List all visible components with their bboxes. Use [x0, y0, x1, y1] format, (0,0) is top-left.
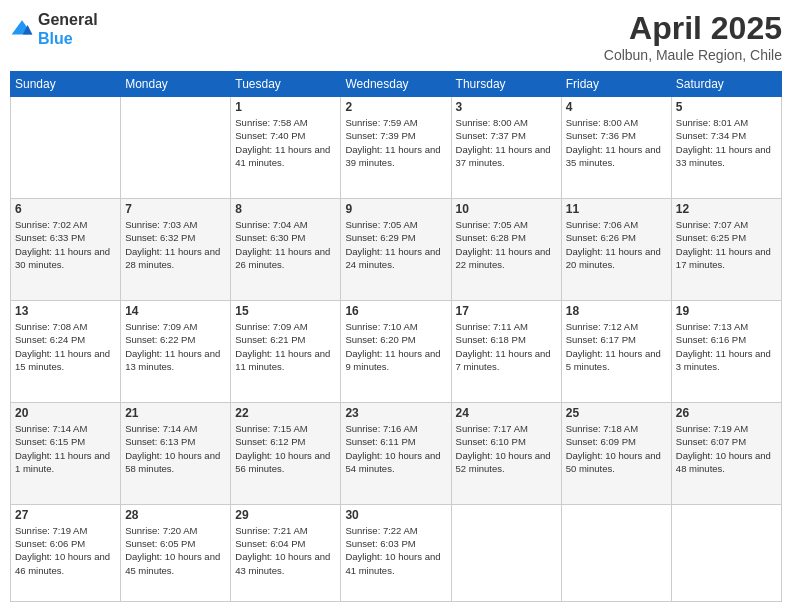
day-number: 3	[456, 100, 557, 114]
day-number: 15	[235, 304, 336, 318]
calendar-cell	[121, 97, 231, 199]
day-info: Sunrise: 7:20 AMSunset: 6:05 PMDaylight:…	[125, 524, 226, 577]
weekday-header-friday: Friday	[561, 72, 671, 97]
month-title: April 2025	[604, 10, 782, 47]
weekday-header-row: SundayMondayTuesdayWednesdayThursdayFrid…	[11, 72, 782, 97]
day-number: 7	[125, 202, 226, 216]
day-info: Sunrise: 7:07 AMSunset: 6:25 PMDaylight:…	[676, 218, 777, 271]
calendar-cell: 2Sunrise: 7:59 AMSunset: 7:39 PMDaylight…	[341, 97, 451, 199]
calendar-cell	[671, 504, 781, 601]
calendar-week-row: 27Sunrise: 7:19 AMSunset: 6:06 PMDayligh…	[11, 504, 782, 601]
calendar-cell: 8Sunrise: 7:04 AMSunset: 6:30 PMDaylight…	[231, 198, 341, 300]
title-area: April 2025 Colbun, Maule Region, Chile	[604, 10, 782, 63]
logo-text: General Blue	[38, 10, 98, 48]
day-info: Sunrise: 7:04 AMSunset: 6:30 PMDaylight:…	[235, 218, 336, 271]
calendar-cell: 3Sunrise: 8:00 AMSunset: 7:37 PMDaylight…	[451, 97, 561, 199]
weekday-header-monday: Monday	[121, 72, 231, 97]
day-info: Sunrise: 7:16 AMSunset: 6:11 PMDaylight:…	[345, 422, 446, 475]
day-info: Sunrise: 7:02 AMSunset: 6:33 PMDaylight:…	[15, 218, 116, 271]
day-info: Sunrise: 7:14 AMSunset: 6:13 PMDaylight:…	[125, 422, 226, 475]
weekday-header-tuesday: Tuesday	[231, 72, 341, 97]
day-number: 10	[456, 202, 557, 216]
day-info: Sunrise: 7:12 AMSunset: 6:17 PMDaylight:…	[566, 320, 667, 373]
day-info: Sunrise: 7:09 AMSunset: 6:22 PMDaylight:…	[125, 320, 226, 373]
day-info: Sunrise: 7:05 AMSunset: 6:29 PMDaylight:…	[345, 218, 446, 271]
calendar-cell: 5Sunrise: 8:01 AMSunset: 7:34 PMDaylight…	[671, 97, 781, 199]
day-number: 8	[235, 202, 336, 216]
day-info: Sunrise: 7:10 AMSunset: 6:20 PMDaylight:…	[345, 320, 446, 373]
calendar-cell: 14Sunrise: 7:09 AMSunset: 6:22 PMDayligh…	[121, 300, 231, 402]
calendar-cell: 29Sunrise: 7:21 AMSunset: 6:04 PMDayligh…	[231, 504, 341, 601]
day-number: 6	[15, 202, 116, 216]
calendar-cell: 9Sunrise: 7:05 AMSunset: 6:29 PMDaylight…	[341, 198, 451, 300]
calendar-cell: 11Sunrise: 7:06 AMSunset: 6:26 PMDayligh…	[561, 198, 671, 300]
calendar-cell: 17Sunrise: 7:11 AMSunset: 6:18 PMDayligh…	[451, 300, 561, 402]
day-info: Sunrise: 7:15 AMSunset: 6:12 PMDaylight:…	[235, 422, 336, 475]
calendar-cell: 16Sunrise: 7:10 AMSunset: 6:20 PMDayligh…	[341, 300, 451, 402]
weekday-header-saturday: Saturday	[671, 72, 781, 97]
day-number: 14	[125, 304, 226, 318]
logo: General Blue	[10, 10, 98, 48]
calendar-cell: 1Sunrise: 7:58 AMSunset: 7:40 PMDaylight…	[231, 97, 341, 199]
calendar-cell: 21Sunrise: 7:14 AMSunset: 6:13 PMDayligh…	[121, 402, 231, 504]
calendar-cell: 15Sunrise: 7:09 AMSunset: 6:21 PMDayligh…	[231, 300, 341, 402]
calendar-cell: 27Sunrise: 7:19 AMSunset: 6:06 PMDayligh…	[11, 504, 121, 601]
calendar-cell: 22Sunrise: 7:15 AMSunset: 6:12 PMDayligh…	[231, 402, 341, 504]
logo-general-text: General	[38, 10, 98, 29]
calendar-cell: 26Sunrise: 7:19 AMSunset: 6:07 PMDayligh…	[671, 402, 781, 504]
day-number: 12	[676, 202, 777, 216]
calendar-cell: 24Sunrise: 7:17 AMSunset: 6:10 PMDayligh…	[451, 402, 561, 504]
day-info: Sunrise: 7:08 AMSunset: 6:24 PMDaylight:…	[15, 320, 116, 373]
weekday-header-wednesday: Wednesday	[341, 72, 451, 97]
day-number: 23	[345, 406, 446, 420]
day-number: 2	[345, 100, 446, 114]
day-info: Sunrise: 8:00 AMSunset: 7:37 PMDaylight:…	[456, 116, 557, 169]
calendar-cell: 6Sunrise: 7:02 AMSunset: 6:33 PMDaylight…	[11, 198, 121, 300]
day-number: 11	[566, 202, 667, 216]
day-info: Sunrise: 7:19 AMSunset: 6:06 PMDaylight:…	[15, 524, 116, 577]
weekday-header-thursday: Thursday	[451, 72, 561, 97]
calendar-cell: 20Sunrise: 7:14 AMSunset: 6:15 PMDayligh…	[11, 402, 121, 504]
day-info: Sunrise: 7:21 AMSunset: 6:04 PMDaylight:…	[235, 524, 336, 577]
day-number: 29	[235, 508, 336, 522]
location: Colbun, Maule Region, Chile	[604, 47, 782, 63]
day-number: 24	[456, 406, 557, 420]
day-number: 21	[125, 406, 226, 420]
day-number: 28	[125, 508, 226, 522]
day-info: Sunrise: 7:59 AMSunset: 7:39 PMDaylight:…	[345, 116, 446, 169]
day-info: Sunrise: 7:05 AMSunset: 6:28 PMDaylight:…	[456, 218, 557, 271]
day-number: 17	[456, 304, 557, 318]
calendar-week-row: 20Sunrise: 7:14 AMSunset: 6:15 PMDayligh…	[11, 402, 782, 504]
calendar-cell: 30Sunrise: 7:22 AMSunset: 6:03 PMDayligh…	[341, 504, 451, 601]
day-number: 16	[345, 304, 446, 318]
day-info: Sunrise: 7:17 AMSunset: 6:10 PMDaylight:…	[456, 422, 557, 475]
calendar-cell: 4Sunrise: 8:00 AMSunset: 7:36 PMDaylight…	[561, 97, 671, 199]
calendar-week-row: 13Sunrise: 7:08 AMSunset: 6:24 PMDayligh…	[11, 300, 782, 402]
day-number: 20	[15, 406, 116, 420]
day-info: Sunrise: 7:06 AMSunset: 6:26 PMDaylight:…	[566, 218, 667, 271]
calendar-cell: 13Sunrise: 7:08 AMSunset: 6:24 PMDayligh…	[11, 300, 121, 402]
page: General Blue April 2025 Colbun, Maule Re…	[0, 0, 792, 612]
day-number: 4	[566, 100, 667, 114]
calendar-cell: 19Sunrise: 7:13 AMSunset: 6:16 PMDayligh…	[671, 300, 781, 402]
calendar-cell: 12Sunrise: 7:07 AMSunset: 6:25 PMDayligh…	[671, 198, 781, 300]
calendar-cell	[11, 97, 121, 199]
logo-blue-text: Blue	[38, 29, 98, 48]
day-number: 13	[15, 304, 116, 318]
weekday-header-sunday: Sunday	[11, 72, 121, 97]
calendar-cell: 18Sunrise: 7:12 AMSunset: 6:17 PMDayligh…	[561, 300, 671, 402]
calendar-week-row: 6Sunrise: 7:02 AMSunset: 6:33 PMDaylight…	[11, 198, 782, 300]
day-info: Sunrise: 7:13 AMSunset: 6:16 PMDaylight:…	[676, 320, 777, 373]
day-number: 22	[235, 406, 336, 420]
day-info: Sunrise: 7:18 AMSunset: 6:09 PMDaylight:…	[566, 422, 667, 475]
day-info: Sunrise: 7:19 AMSunset: 6:07 PMDaylight:…	[676, 422, 777, 475]
calendar-cell: 23Sunrise: 7:16 AMSunset: 6:11 PMDayligh…	[341, 402, 451, 504]
day-number: 30	[345, 508, 446, 522]
logo-icon	[10, 17, 34, 41]
calendar-cell: 7Sunrise: 7:03 AMSunset: 6:32 PMDaylight…	[121, 198, 231, 300]
day-info: Sunrise: 8:01 AMSunset: 7:34 PMDaylight:…	[676, 116, 777, 169]
day-number: 18	[566, 304, 667, 318]
day-number: 1	[235, 100, 336, 114]
day-number: 5	[676, 100, 777, 114]
day-info: Sunrise: 8:00 AMSunset: 7:36 PMDaylight:…	[566, 116, 667, 169]
